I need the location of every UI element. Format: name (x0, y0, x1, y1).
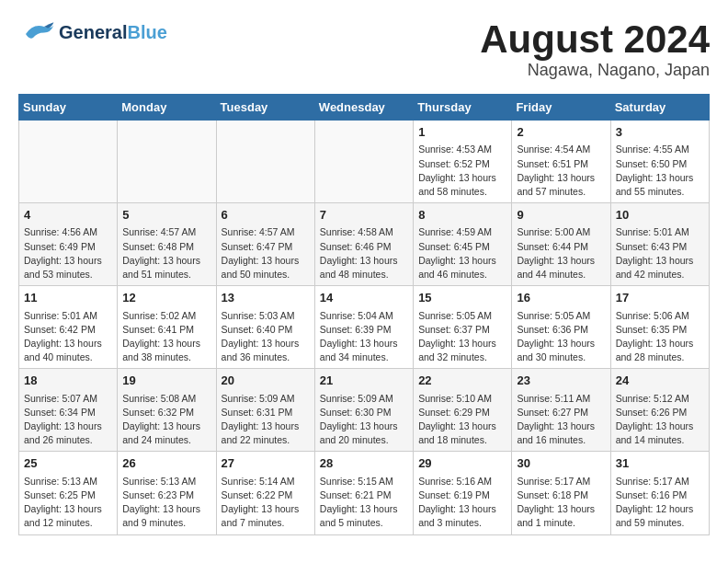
day-info: Sunrise: 5:15 AM Sunset: 6:21 PM Dayligh… (320, 475, 408, 531)
day-info: Sunrise: 5:16 AM Sunset: 6:19 PM Dayligh… (418, 475, 506, 531)
calendar-day-cell: 28Sunrise: 5:15 AM Sunset: 6:21 PM Dayli… (314, 452, 413, 534)
day-info: Sunrise: 4:58 AM Sunset: 6:46 PM Dayligh… (320, 225, 408, 282)
calendar-week-row: 25Sunrise: 5:13 AM Sunset: 6:25 PM Dayli… (19, 452, 710, 534)
logo-blue: Blue (127, 22, 166, 42)
day-info: Sunrise: 5:13 AM Sunset: 6:25 PM Dayligh… (24, 475, 112, 531)
logo: GeneralBlue (18, 18, 167, 46)
calendar-day-cell: 3Sunrise: 4:55 AM Sunset: 6:50 PM Daylig… (610, 121, 709, 203)
day-number: 13 (222, 290, 310, 306)
day-number: 18 (24, 373, 112, 389)
calendar-day-cell: 14Sunrise: 5:04 AM Sunset: 6:39 PM Dayli… (314, 286, 413, 369)
day-info: Sunrise: 4:57 AM Sunset: 6:47 PM Dayligh… (222, 225, 310, 282)
day-number: 26 (122, 455, 210, 472)
calendar-day-cell: 30Sunrise: 5:17 AM Sunset: 6:18 PM Dayli… (512, 452, 610, 534)
calendar-table: SundayMondayTuesdayWednesdayThursdayFrid… (18, 94, 710, 534)
day-info: Sunrise: 5:17 AM Sunset: 6:18 PM Dayligh… (517, 475, 605, 531)
day-info: Sunrise: 4:59 AM Sunset: 6:45 PM Dayligh… (418, 225, 506, 282)
day-info: Sunrise: 5:01 AM Sunset: 6:42 PM Dayligh… (24, 309, 112, 365)
day-info: Sunrise: 5:05 AM Sunset: 6:36 PM Dayligh… (517, 309, 605, 365)
day-info: Sunrise: 5:00 AM Sunset: 6:44 PM Dayligh… (517, 225, 605, 282)
calendar-day-cell (314, 121, 413, 203)
day-info: Sunrise: 5:01 AM Sunset: 6:43 PM Dayligh… (616, 225, 704, 282)
logo-bird-icon (18, 18, 55, 46)
day-info: Sunrise: 5:05 AM Sunset: 6:37 PM Dayligh… (418, 309, 506, 365)
day-info: Sunrise: 5:02 AM Sunset: 6:41 PM Dayligh… (122, 309, 210, 365)
calendar-day-cell: 15Sunrise: 5:05 AM Sunset: 6:37 PM Dayli… (414, 286, 512, 369)
day-number: 4 (24, 207, 112, 224)
calendar-day-cell: 29Sunrise: 5:16 AM Sunset: 6:19 PM Dayli… (414, 452, 512, 534)
day-number: 30 (517, 455, 605, 472)
day-number: 19 (122, 373, 210, 389)
day-info: Sunrise: 5:11 AM Sunset: 6:27 PM Dayligh… (517, 392, 605, 448)
day-number: 10 (616, 207, 704, 224)
day-number: 7 (320, 207, 408, 224)
day-info: Sunrise: 4:56 AM Sunset: 6:49 PM Dayligh… (24, 225, 112, 282)
calendar-day-cell: 6Sunrise: 4:57 AM Sunset: 6:47 PM Daylig… (216, 203, 314, 286)
logo-general: General (59, 22, 127, 42)
calendar-day-cell: 2Sunrise: 4:54 AM Sunset: 6:51 PM Daylig… (512, 121, 610, 203)
day-info: Sunrise: 5:09 AM Sunset: 6:31 PM Dayligh… (222, 392, 310, 448)
day-number: 11 (24, 290, 112, 306)
weekday-header-saturday: Saturday (610, 95, 709, 121)
calendar-day-cell: 19Sunrise: 5:08 AM Sunset: 6:32 PM Dayli… (118, 369, 216, 452)
calendar-day-cell: 18Sunrise: 5:07 AM Sunset: 6:34 PM Dayli… (19, 369, 118, 452)
calendar-day-cell: 20Sunrise: 5:09 AM Sunset: 6:31 PM Dayli… (216, 369, 314, 452)
calendar-day-cell: 31Sunrise: 5:17 AM Sunset: 6:16 PM Dayli… (610, 452, 709, 534)
day-info: Sunrise: 5:06 AM Sunset: 6:35 PM Dayligh… (616, 309, 704, 365)
day-number: 6 (222, 207, 310, 224)
day-info: Sunrise: 5:08 AM Sunset: 6:32 PM Dayligh… (122, 392, 210, 448)
day-info: Sunrise: 5:14 AM Sunset: 6:22 PM Dayligh… (222, 475, 310, 531)
weekday-header-thursday: Thursday (414, 95, 512, 121)
calendar-week-row: 1Sunrise: 4:53 AM Sunset: 6:52 PM Daylig… (19, 121, 710, 203)
day-info: Sunrise: 4:54 AM Sunset: 6:51 PM Dayligh… (517, 143, 605, 199)
calendar-day-cell: 27Sunrise: 5:14 AM Sunset: 6:22 PM Dayli… (216, 452, 314, 534)
day-number: 9 (517, 207, 605, 224)
calendar-day-cell: 11Sunrise: 5:01 AM Sunset: 6:42 PM Dayli… (19, 286, 118, 369)
day-info: Sunrise: 5:12 AM Sunset: 6:26 PM Dayligh… (616, 392, 704, 448)
day-info: Sunrise: 4:53 AM Sunset: 6:52 PM Dayligh… (418, 143, 506, 199)
calendar-day-cell: 10Sunrise: 5:01 AM Sunset: 6:43 PM Dayli… (610, 203, 709, 286)
weekday-header-tuesday: Tuesday (216, 95, 314, 121)
calendar-week-row: 4Sunrise: 4:56 AM Sunset: 6:49 PM Daylig… (19, 203, 710, 286)
calendar-day-cell: 13Sunrise: 5:03 AM Sunset: 6:40 PM Dayli… (216, 286, 314, 369)
calendar-day-cell (19, 121, 118, 203)
day-info: Sunrise: 5:13 AM Sunset: 6:23 PM Dayligh… (122, 475, 210, 531)
calendar-day-cell: 1Sunrise: 4:53 AM Sunset: 6:52 PM Daylig… (414, 121, 512, 203)
day-number: 3 (616, 124, 704, 141)
calendar-day-cell: 22Sunrise: 5:10 AM Sunset: 6:29 PM Dayli… (414, 369, 512, 452)
calendar-day-cell: 23Sunrise: 5:11 AM Sunset: 6:27 PM Dayli… (512, 369, 610, 452)
weekday-header-wednesday: Wednesday (314, 95, 413, 121)
calendar-day-cell: 24Sunrise: 5:12 AM Sunset: 6:26 PM Dayli… (610, 369, 709, 452)
calendar-day-cell (216, 121, 314, 203)
calendar-day-cell: 16Sunrise: 5:05 AM Sunset: 6:36 PM Dayli… (512, 286, 610, 369)
day-number: 27 (222, 455, 310, 472)
day-number: 1 (418, 124, 506, 141)
day-info: Sunrise: 5:09 AM Sunset: 6:30 PM Dayligh… (320, 392, 408, 448)
day-number: 12 (122, 290, 210, 306)
day-number: 21 (320, 373, 408, 389)
calendar-day-cell: 7Sunrise: 4:58 AM Sunset: 6:46 PM Daylig… (314, 203, 413, 286)
day-number: 23 (517, 373, 605, 389)
day-number: 22 (418, 373, 506, 389)
day-info: Sunrise: 5:10 AM Sunset: 6:29 PM Dayligh… (418, 392, 506, 448)
day-info: Sunrise: 5:04 AM Sunset: 6:39 PM Dayligh… (320, 309, 408, 365)
calendar-day-cell: 17Sunrise: 5:06 AM Sunset: 6:35 PM Dayli… (610, 286, 709, 369)
month-title: August 2024 (480, 18, 710, 61)
title-block: August 2024 Nagawa, Nagano, Japan (480, 18, 710, 80)
day-number: 15 (418, 290, 506, 306)
day-number: 5 (122, 207, 210, 224)
weekday-header-monday: Monday (118, 95, 216, 121)
day-number: 25 (24, 455, 112, 472)
day-number: 20 (222, 373, 310, 389)
day-number: 2 (517, 124, 605, 141)
day-info: Sunrise: 5:03 AM Sunset: 6:40 PM Dayligh… (222, 309, 310, 365)
day-number: 14 (320, 290, 408, 306)
calendar-day-cell: 21Sunrise: 5:09 AM Sunset: 6:30 PM Dayli… (314, 369, 413, 452)
day-info: Sunrise: 5:17 AM Sunset: 6:16 PM Dayligh… (616, 475, 704, 531)
day-number: 31 (616, 455, 704, 472)
day-number: 16 (517, 290, 605, 306)
day-number: 29 (418, 455, 506, 472)
calendar-day-cell: 12Sunrise: 5:02 AM Sunset: 6:41 PM Dayli… (118, 286, 216, 369)
calendar-week-row: 11Sunrise: 5:01 AM Sunset: 6:42 PM Dayli… (19, 286, 710, 369)
page-header: GeneralBlue August 2024 Nagawa, Nagano, … (18, 18, 710, 80)
